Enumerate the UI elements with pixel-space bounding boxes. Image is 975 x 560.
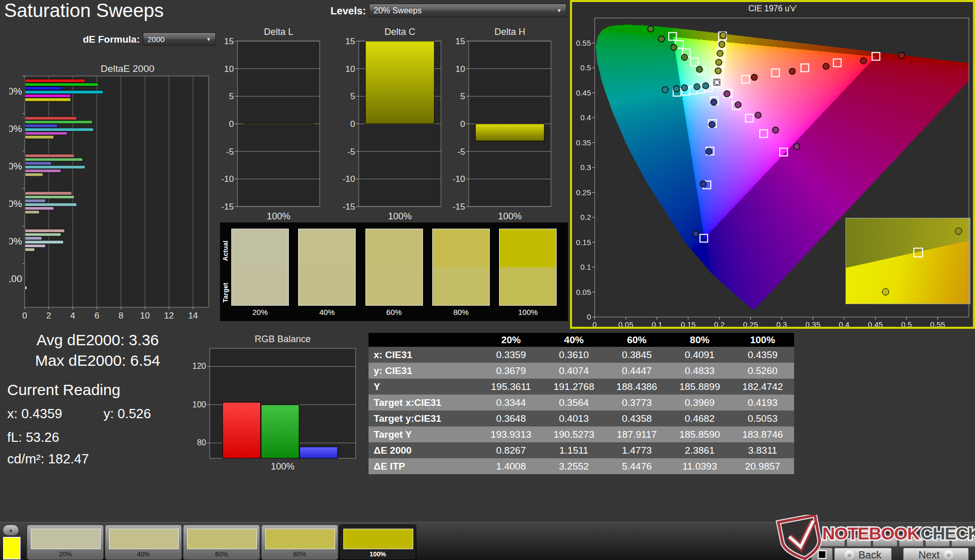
table-cell: 0.4074 bbox=[542, 363, 605, 379]
svg-dc-bar bbox=[365, 41, 434, 124]
delta-e-bar-40%-magenta bbox=[25, 207, 54, 210]
logo-shield-icon bbox=[778, 515, 821, 560]
svg-text:15: 15 bbox=[224, 36, 234, 46]
delta-e-bar-80%-cyan bbox=[25, 128, 94, 131]
svg-text:0.3: 0.3 bbox=[580, 163, 591, 172]
table-cell: 0.3773 bbox=[605, 395, 668, 410]
delta-e-bar-40%-yellow bbox=[25, 211, 40, 214]
expand-panel-button[interactable]: ▲ bbox=[3, 525, 19, 535]
svg-text:100%: 100% bbox=[498, 211, 522, 221]
cie-diagram-panel[interactable]: CIE 1976 u'v' 000.050.050.10.10.150.150.… bbox=[570, 0, 975, 329]
table-cell: 0.4193 bbox=[731, 395, 794, 410]
table-header-80%: 80% bbox=[668, 333, 731, 347]
notebookcheck-logo: NOTEBOOK CHECK bbox=[771, 515, 975, 560]
levels-dropdown[interactable]: 20% Sweeps ▼ bbox=[369, 4, 566, 17]
table-cell: 1.1511 bbox=[542, 442, 605, 458]
svg-text:4: 4 bbox=[70, 311, 75, 321]
de-formula-dropdown[interactable]: 2000 ▼ bbox=[143, 32, 216, 46]
swatch-target-20% bbox=[232, 267, 288, 305]
table-cell: 187.9117 bbox=[605, 426, 668, 442]
swatch-actual-40% bbox=[299, 229, 355, 267]
table-cell: 182.4742 bbox=[731, 379, 794, 395]
swatch-40% bbox=[298, 229, 356, 306]
svg-text:0: 0 bbox=[587, 312, 591, 321]
svg-text:0.05: 0.05 bbox=[618, 320, 633, 327]
table-cell: 195.3611 bbox=[480, 379, 542, 395]
svg-text:0.1: 0.1 bbox=[580, 263, 591, 271]
tile-label: 20% bbox=[27, 551, 103, 558]
level-tile-80%[interactable]: 80% bbox=[261, 525, 338, 560]
table-row-label: x: CIE31 bbox=[369, 347, 480, 363]
delta-e-bar-60%-cyan bbox=[25, 165, 85, 169]
delta-e-bar-40%-cyan bbox=[25, 203, 77, 206]
table-row-label: Target Y bbox=[369, 426, 480, 442]
table-cell: 0.5053 bbox=[731, 410, 794, 426]
swatch-60% bbox=[365, 229, 423, 306]
svg-text:100: 100 bbox=[192, 400, 206, 409]
table-header-20%: 20% bbox=[480, 333, 542, 347]
svg-text:0.25: 0.25 bbox=[743, 320, 758, 327]
levels-label: Levels: bbox=[324, 5, 366, 17]
table-header-row: 20%40%60%80%100% bbox=[369, 333, 794, 347]
table-row: Target x:CIE310.33440.35640.37730.39690.… bbox=[369, 395, 794, 410]
de-formula-dropdown-value: 2000 bbox=[148, 35, 164, 44]
table-header-100%: 100% bbox=[731, 333, 794, 347]
svg-text:80%: 80% bbox=[9, 123, 22, 134]
delta-e-bar-100%-green bbox=[25, 83, 99, 86]
table-cell: 193.9313 bbox=[480, 426, 542, 442]
table-cell: 1.4008 bbox=[480, 458, 542, 474]
svg-text:100%: 100% bbox=[388, 211, 412, 221]
table-row-label: Target y:CIE31 bbox=[369, 410, 480, 426]
current-color-swatch[interactable] bbox=[3, 537, 21, 559]
swatch-actual-60% bbox=[366, 229, 422, 267]
svg-text:-10: -10 bbox=[452, 174, 465, 184]
actual-target-swatch-strip: Actual Target 20%40%60%80%100% bbox=[220, 222, 568, 321]
delta-e-bar-60%-magenta bbox=[25, 169, 61, 172]
table-cell: 185.8590 bbox=[668, 426, 731, 442]
table-cell: 0.5260 bbox=[731, 363, 794, 379]
tile-label: 40% bbox=[105, 551, 181, 558]
level-tile-40%[interactable]: 40% bbox=[105, 525, 182, 560]
svg-text:Delta H: Delta H bbox=[494, 27, 525, 37]
svg-text:100: 100 bbox=[9, 273, 22, 284]
swatch-label: 100% bbox=[499, 308, 557, 316]
svg-text:5: 5 bbox=[461, 91, 465, 101]
svg-text:5: 5 bbox=[229, 91, 234, 101]
svg-text:DeltaE 2000: DeltaE 2000 bbox=[101, 65, 155, 74]
svg-text:80: 80 bbox=[197, 438, 206, 447]
tile-swatch-60% bbox=[187, 529, 257, 549]
svg-text:20%: 20% bbox=[9, 236, 22, 247]
swatch-target-80% bbox=[433, 267, 489, 305]
table-cell: 185.8899 bbox=[668, 379, 731, 395]
delta-e-bar-40%-blue bbox=[25, 199, 46, 202]
svg-text:0.2: 0.2 bbox=[714, 320, 725, 327]
table-row: Target Y193.9313190.5273187.9117185.8590… bbox=[369, 426, 794, 442]
level-tile-20%[interactable]: 20% bbox=[27, 525, 104, 560]
svg-text:-5: -5 bbox=[347, 147, 355, 157]
tile-swatch-100% bbox=[343, 529, 413, 549]
level-tile-100%[interactable]: 100% bbox=[339, 525, 416, 560]
delta-e-bar-20%-blue bbox=[25, 237, 42, 240]
swatch-label: 20% bbox=[231, 308, 289, 316]
tile-swatch-20% bbox=[31, 529, 101, 549]
delta-e-bar-20%-cyan bbox=[25, 240, 64, 244]
actual-row-label: Actual bbox=[222, 231, 229, 271]
svg-text:Delta C: Delta C bbox=[384, 27, 415, 37]
delta-e-bar-80%-blue bbox=[25, 124, 58, 127]
svg-text:0.45: 0.45 bbox=[576, 88, 591, 97]
delta-e-bar-100%-cyan bbox=[25, 90, 103, 94]
svg-text:0.5: 0.5 bbox=[901, 320, 912, 327]
delta-e-bar-60%-green bbox=[25, 158, 83, 161]
target-row-label: Target bbox=[222, 273, 229, 313]
delta-e-2000-chart: DeltaE 2000100%80%60%40%20%1000246810121… bbox=[9, 65, 230, 322]
swatch-actual-80% bbox=[433, 229, 489, 267]
table-cell: 3.2552 bbox=[542, 458, 605, 474]
swatch-label: 80% bbox=[432, 308, 490, 316]
delta-e-bar-100-red bbox=[25, 286, 27, 289]
svg-text:8: 8 bbox=[118, 311, 123, 321]
level-tile-60%[interactable]: 60% bbox=[183, 525, 260, 560]
table-row-label: y: CIE31 bbox=[369, 363, 480, 379]
page-title: Saturation Sweeps bbox=[4, 0, 164, 22]
svg-text:0.25: 0.25 bbox=[576, 188, 591, 197]
table-cell: 0.3648 bbox=[480, 410, 542, 426]
